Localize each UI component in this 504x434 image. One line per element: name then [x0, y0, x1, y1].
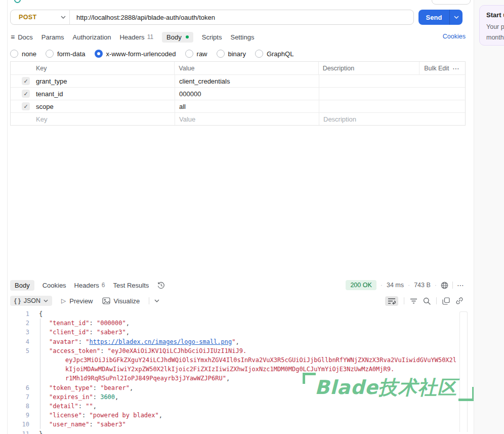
- status-badge: 200 OK: [346, 280, 376, 290]
- code-token: :: [89, 329, 96, 336]
- code-token: "bearer": [100, 384, 130, 391]
- format-select[interactable]: { } JSON: [10, 296, 52, 306]
- response-time: 34 ms: [387, 282, 404, 289]
- wrap-text-icon[interactable]: [385, 296, 398, 306]
- param-value[interactable]: all: [179, 103, 186, 110]
- body-modified-dot: [186, 35, 189, 38]
- body-mode-binary[interactable]: binary: [217, 50, 246, 58]
- response-tab-headers[interactable]: Headers 6: [74, 282, 105, 289]
- line-number: 5: [10, 346, 29, 356]
- body-mode-graphql[interactable]: GraphQL: [255, 50, 293, 58]
- response-tab-body[interactable]: Body: [10, 280, 34, 291]
- filter-icon[interactable]: [410, 298, 417, 304]
- column-header-description: Description: [319, 62, 420, 74]
- code-line: 3"client_id": "saber3",: [10, 328, 467, 337]
- code-token: "token_type": [49, 384, 93, 391]
- send-button[interactable]: Send: [418, 10, 463, 25]
- play-icon: ▷: [61, 297, 66, 304]
- param-key[interactable]: scope: [36, 103, 54, 110]
- row-checkbox[interactable]: ✓: [22, 90, 30, 98]
- table-placeholder-row: Key Value Description: [11, 112, 465, 125]
- left-rail: [0, 0, 8, 434]
- divider: [149, 297, 149, 304]
- more-options-icon[interactable]: ⋯: [457, 281, 465, 289]
- partial-top-button[interactable]: [432, 0, 471, 5]
- chevron-down-icon[interactable]: [450, 16, 463, 19]
- json-link[interactable]: https://bladex.cn/images/logo-small.png: [89, 338, 232, 345]
- code-token: "": [86, 403, 93, 410]
- chevron-down-icon[interactable]: [57, 16, 69, 19]
- code-token: r1Mh1d9RqRSuPnl2IoPJ849Pqeayrb3jJYawWZJP…: [65, 375, 226, 382]
- radio-selected-icon[interactable]: [95, 50, 103, 58]
- radio-icon[interactable]: [46, 50, 54, 58]
- cookies-link[interactable]: Cookies: [425, 33, 466, 40]
- param-key[interactable]: tenant_id: [36, 90, 63, 98]
- param-value-placeholder[interactable]: Value: [179, 115, 195, 123]
- radio-icon[interactable]: [217, 50, 225, 58]
- code-line: 9"license": "powered by bladex",: [10, 411, 467, 420]
- method-select[interactable]: POST: [11, 14, 57, 21]
- format-label: JSON: [24, 297, 40, 304]
- search-icon[interactable]: [423, 297, 431, 305]
- line-number: 11: [10, 429, 29, 434]
- dot-separator: ·: [381, 282, 383, 289]
- param-key-placeholder[interactable]: Key: [36, 115, 47, 123]
- param-key[interactable]: grant_type: [36, 77, 67, 85]
- line-number: [10, 365, 29, 374]
- url-bar[interactable]: POST http://localhost:2888/api/blade-aut…: [10, 10, 414, 25]
- history-icon[interactable]: [157, 281, 165, 290]
- tab-headers[interactable]: Headers 11: [119, 33, 153, 41]
- param-description-placeholder[interactable]: Description: [323, 115, 356, 123]
- response-tab-cookies[interactable]: Cookies: [43, 282, 66, 289]
- watermark-corner-bracket: [458, 387, 475, 401]
- response-tab-test-results[interactable]: Test Results: [113, 282, 149, 289]
- row-checkbox[interactable]: ✓: [22, 102, 30, 110]
- chevron-down-icon[interactable]: [154, 299, 159, 302]
- param-value[interactable]: 000000: [179, 90, 201, 98]
- radio-icon[interactable]: [10, 50, 18, 58]
- request-tab-icon: [14, 0, 21, 3]
- body-mode-raw[interactable]: raw: [185, 50, 207, 58]
- code-line: kIjoiMDAwMDAwIiwiY2xpZW50X2lkIjoic2FiZXI…: [10, 365, 467, 374]
- tab-scripts[interactable]: Scripts: [202, 33, 222, 41]
- divider: [404, 297, 404, 304]
- more-options-icon[interactable]: ⋯: [452, 64, 460, 72]
- link-icon[interactable]: [455, 297, 464, 305]
- code-line: eyJpc3MiOiJibGFkZXguY24iLCJhdWQiOlsiYmxh…: [10, 356, 467, 365]
- tab-authorization[interactable]: Authorization: [73, 33, 111, 41]
- banner-title: Start u: [486, 11, 504, 19]
- tab-params[interactable]: Params: [41, 33, 64, 41]
- code-line: 10"user_name": "saber3": [10, 420, 467, 429]
- code-token: kIjoiMDAwMDAwIiwiY2xpZW50X2lkIjoic2FiZXI…: [65, 366, 394, 373]
- radio-icon[interactable]: [255, 50, 263, 58]
- body-mode-none[interactable]: none: [10, 50, 36, 58]
- chevron-down-icon[interactable]: [44, 299, 48, 302]
- upgrade-banner[interactable]: Start u Your pl month: [479, 5, 504, 46]
- scrollbar[interactable]: [459, 311, 468, 432]
- code-token: "saber3": [97, 421, 126, 428]
- code-line: 5"access_token": "eyJ0eXAiOiJKV1QiLCJhbG…: [10, 346, 467, 356]
- tab-settings[interactable]: Settings: [230, 33, 254, 41]
- row-checkbox[interactable]: ✓: [22, 77, 30, 85]
- code-line: 4"avatar": "https://bladex.cn/images/log…: [10, 337, 467, 346]
- radio-icon[interactable]: [185, 50, 193, 58]
- param-value[interactable]: client_credentials: [179, 77, 230, 85]
- code-token: ,: [159, 412, 162, 419]
- preview-button[interactable]: ▷ Preview: [61, 297, 93, 305]
- body-mode-form-data[interactable]: form-data: [46, 50, 86, 58]
- visualize-button[interactable]: Visualize: [102, 297, 140, 305]
- url-input[interactable]: http://localhost:2888/api/blade-auth/oau…: [70, 14, 215, 21]
- tab-docs[interactable]: ≡ Docs: [11, 33, 33, 41]
- bulk-edit-button[interactable]: Bulk Edit: [424, 65, 449, 72]
- tab-body[interactable]: Body: [162, 32, 193, 43]
- code-token: "detail": [49, 403, 78, 410]
- code-line: 1{: [10, 309, 467, 319]
- copy-icon[interactable]: [442, 297, 450, 305]
- code-token: :: [82, 412, 89, 419]
- watermark-text: Blade技术社区: [315, 375, 457, 401]
- body-mode-x-www-form-urlencoded[interactable]: x-www-form-urlencoded: [95, 50, 176, 58]
- line-number: 6: [10, 383, 29, 392]
- send-button-label[interactable]: Send: [418, 14, 449, 21]
- globe-icon[interactable]: [441, 282, 448, 289]
- code-token: "000000": [97, 320, 126, 327]
